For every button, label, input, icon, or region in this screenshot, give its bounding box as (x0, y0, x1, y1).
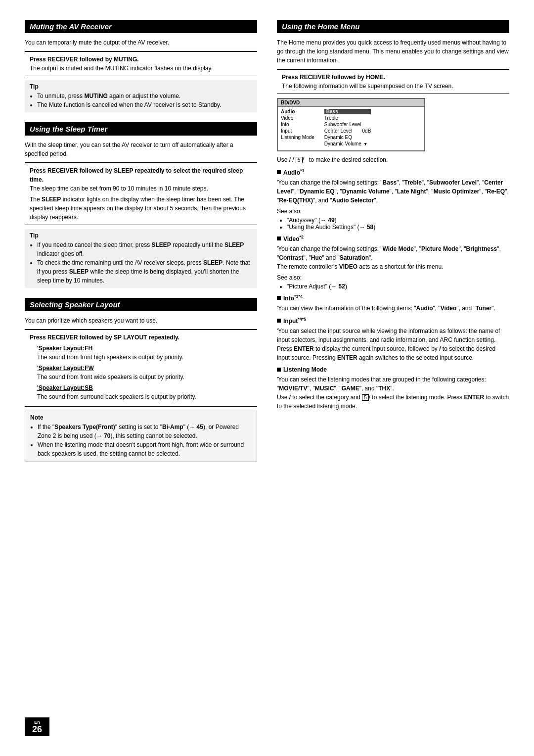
home-instruction-bold: Press RECEIVER followed by HOME. (282, 74, 385, 81)
muting-tip-box: Tip To unmute, press MUTING again or adj… (25, 80, 257, 112)
sleep-instruction-text: Press RECEIVER followed by SLEEP repeate… (30, 166, 252, 184)
sleep-intro: With the sleep timer, you can set the AV… (25, 141, 257, 158)
sleep-tip-item-1: If you need to cancel the sleep timer, p… (37, 240, 252, 258)
info-label: Info*3*4 (283, 294, 303, 302)
speaker-instruction-bold: Press RECEIVER followed by SP LAYOUT rep… (30, 333, 252, 342)
input-label: Input*4*5 (283, 317, 306, 325)
section-header-muting: Muting the AV Receiver (25, 20, 257, 33)
section-sleep-timer: Using the Sleep Timer With the sleep tim… (25, 122, 257, 288)
tv-option-bass: Bass (324, 109, 371, 114)
muting-instruction-body: The output is muted and the MUTING indic… (30, 65, 213, 72)
muting-instruction-bold: Press RECEIVER followed by MUTING. (30, 56, 139, 63)
video-body: 'You can change the following settings: … (277, 244, 509, 271)
audio-see-also-list: "Audyssey" (→ 49) "Using the Audio Setti… (277, 217, 509, 231)
subsection-input-header: Input*4*5 (277, 317, 509, 325)
section-speaker-layout: Selecting Speaker Layout You can priorit… (25, 298, 257, 462)
tv-screen-body: Audio Video Info Input Listening Mode Ba… (278, 107, 424, 150)
input-bullet (277, 319, 281, 323)
sleep-tip-label: Tip (30, 232, 252, 239)
sleep-tip-box: Tip If you need to cancel the sleep time… (25, 229, 257, 288)
section-header-home: Using the Home Menu (277, 20, 509, 33)
muting-intro: You can temporarily mute the output of t… (25, 38, 257, 47)
audio-bullet (277, 170, 281, 174)
home-instruction-box: Press RECEIVER followed by HOME. The fol… (277, 69, 509, 94)
tv-screen-header: BD/DVD (278, 99, 424, 107)
sleep-tip-item-2: To check the time remaining until the AV… (37, 258, 252, 285)
speaker-sb: 'Speaker Layout:SB The sound from surrou… (30, 383, 252, 401)
page-number-box: En 26 (25, 717, 49, 736)
tv-option-subwoofer: Subwoofer Level (324, 122, 371, 127)
page-number: 26 (32, 725, 42, 734)
video-see-also: See also: (277, 273, 509, 282)
speaker-fw-label: 'Speaker Layout:FW (37, 365, 94, 372)
page-footer: En 26 (25, 717, 509, 736)
listening-bullet (277, 368, 281, 372)
tv-menu-input: Input (281, 128, 314, 134)
tv-menu-column: Audio Video Info Input Listening Mode (281, 109, 314, 146)
tv-option-treble: Treble (324, 115, 371, 121)
speaker-fh-label: 'Speaker Layout:FH (37, 345, 92, 352)
speaker-fw-body: The sound from front wide speakers is ou… (37, 374, 184, 380)
right-column: Using the Home Menu The Home menu provid… (277, 20, 509, 708)
muting-instruction-text: Press RECEIVER followed by MUTING. The o… (30, 55, 252, 73)
listening-label: Listening Mode (283, 366, 327, 373)
info-body: 'You can view the information of the fol… (277, 304, 509, 313)
subsection-listening-header: Listening Mode (277, 366, 509, 373)
audio-see-also-2: "Using the Audio Settings" (→ 58) (287, 224, 509, 231)
subsection-info-header: Info*3*4 (277, 294, 509, 302)
audio-see-also-1: "Audyssey" (→ 49) (287, 217, 509, 224)
home-instruction-text: Press RECEIVER followed by HOME. The fol… (282, 73, 504, 91)
muting-instruction-box: Press RECEIVER followed by MUTING. The o… (25, 51, 257, 76)
tv-menu-listening: Listening Mode (281, 135, 314, 140)
sleep-tip-list: If you need to cancel the sleep timer, p… (30, 240, 252, 285)
speaker-note-label: Note (30, 414, 252, 421)
subsection-audio-header: Audio*1 (277, 168, 509, 176)
speaker-note-item-2: When the listening mode that doesn't sup… (38, 440, 252, 458)
tv-options-column: Bass Treble Subwoofer Level Center Level… (324, 109, 371, 146)
audio-see-also: See also: (277, 207, 509, 216)
home-intro: The Home menu provides you quick access … (277, 38, 509, 65)
section-header-sleep: Using the Sleep Timer (25, 122, 257, 136)
tv-option-center: Center Level0dB (324, 128, 371, 134)
home-instruction-body: The following information will be superi… (282, 83, 453, 90)
muting-tip-label: Tip (30, 83, 252, 90)
sleep-instruction-box: Press RECEIVER followed by SLEEP repeate… (25, 162, 257, 225)
speaker-sb-body: The sound from surround back speakers is… (37, 393, 196, 400)
video-label: Video*2 (283, 235, 304, 242)
speaker-note-item-1: If the "Speakers Type(Front)" setting is… (38, 423, 252, 440)
audio-label: Audio*1 (283, 168, 305, 176)
muting-tip-item-1: To unmute, press MUTING again or adjust … (37, 92, 252, 100)
section-home-menu: Using the Home Menu The Home menu provid… (277, 20, 509, 411)
video-bullet (277, 236, 281, 240)
video-see-also-1: "Picture Adjust" (→ 52) (287, 283, 509, 290)
audio-body: 'You can change the following settings: … (277, 178, 509, 205)
section-header-speaker: Selecting Speaker Layout (25, 298, 257, 311)
tv-option-dynamic-vol: Dynamic Volume ▼ (324, 141, 371, 146)
subsection-video-header: Video*2 (277, 235, 509, 242)
speaker-sb-label: 'Speaker Layout:SB (37, 384, 93, 391)
input-body: 'You can select the input source while v… (277, 327, 509, 362)
tv-menu-info: Info (281, 122, 314, 127)
sleep-body1: The sleep time can be set from 90 to 10 … (30, 184, 252, 193)
speaker-note-list: If the "Speakers Type(Front)" setting is… (30, 423, 252, 458)
use-instruction: Use / / 5/ to make the desired selection… (277, 155, 509, 164)
speaker-fw: 'Speaker Layout:FW The sound from front … (30, 364, 252, 381)
section-muting: Muting the AV Receiver You can temporari… (25, 20, 257, 112)
speaker-intro: You can prioritize which speakers you wa… (25, 316, 257, 325)
muting-tip-item-2: The Mute function is cancelled when the … (37, 100, 252, 109)
speaker-note-box: Note If the "Speakers Type(Front)" setti… (25, 411, 257, 462)
listening-body: 'You can select the listening modes that… (277, 375, 509, 411)
video-see-also-list: "Picture Adjust" (→ 52) (277, 283, 509, 290)
sleep-instruction-bold: Press RECEIVER followed by SLEEP repeate… (30, 167, 243, 183)
tv-option-dynamic-eq: Dynamic EQ (324, 135, 371, 140)
tv-menu-video: Video (281, 115, 314, 121)
info-bullet (277, 296, 281, 300)
tv-menu-audio: Audio (281, 109, 314, 114)
speaker-instruction-box: Press RECEIVER followed by SP LAYOUT rep… (25, 329, 257, 407)
left-column: Muting the AV Receiver You can temporari… (25, 20, 257, 708)
tv-screen: BD/DVD Audio Video Info Input Listening … (277, 98, 425, 151)
speaker-fh: 'Speaker Layout:FH The sound from front … (30, 344, 252, 362)
speaker-fh-body: The sound from front high speakers is ou… (37, 354, 183, 361)
sleep-body2: The SLEEP indicator lights on the displa… (30, 195, 252, 222)
muting-tip-list: To unmute, press MUTING again or adjust … (30, 92, 252, 109)
